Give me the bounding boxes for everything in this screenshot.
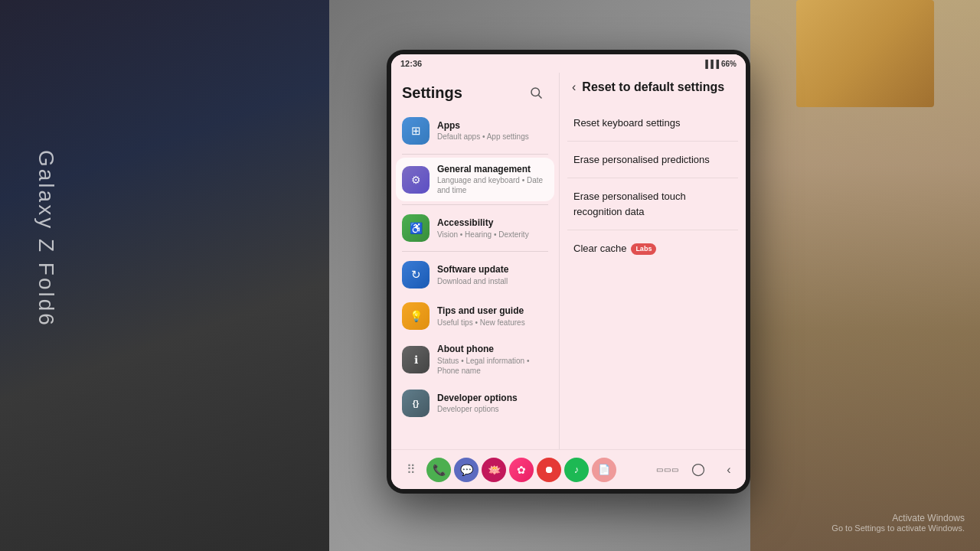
tips-name: Tips and user guide xyxy=(437,305,548,316)
wood-block-decoration xyxy=(796,0,934,107)
sidebar-item-accessibility[interactable]: ♿ Accessibility Vision • Hearing • Dexte… xyxy=(396,208,554,248)
status-icons: ▐▐▐ 66% xyxy=(703,60,737,68)
reset-title: Reset to default settings xyxy=(582,80,724,94)
phone-device: 12:36 ▐▐▐ 66% Settings xyxy=(387,50,750,494)
svg-line-1 xyxy=(538,95,541,98)
divider-3 xyxy=(402,251,548,252)
about-phone-text: About phone Status • Legal information •… xyxy=(437,344,548,375)
general-management-name: General management xyxy=(437,164,548,174)
sidebar-item-software-update[interactable]: ↻ Software update Download and install xyxy=(396,255,554,295)
windows-line1: Activate Windows xyxy=(831,513,965,523)
labs-badge: Labs xyxy=(631,243,656,255)
accessibility-text: Accessibility Vision • Hearing • Dexteri… xyxy=(437,217,548,239)
about-phone-icon: ℹ xyxy=(402,346,430,373)
home-button[interactable] xyxy=(689,461,707,479)
phone-app-icon[interactable]: 📞 xyxy=(426,458,451,482)
settings-list: ⊞ Apps Default apps • App settings ⚙ xyxy=(391,111,559,449)
developer-options-text: Developer options Developer options xyxy=(437,393,548,414)
accessibility-icon: ♿ xyxy=(402,214,430,242)
general-management-icon: ⚙ xyxy=(402,166,430,194)
settings-panel: Settings ⊞ Ap xyxy=(391,73,560,449)
pdf-app-icon[interactable]: 📄 xyxy=(592,458,616,482)
developer-options-name: Developer options xyxy=(437,393,548,403)
divider-2 xyxy=(402,204,548,205)
svg-point-2 xyxy=(693,464,704,475)
software-update-text: Software update Download and install xyxy=(437,264,548,285)
tips-subtitle: Useful tips • New features xyxy=(437,318,548,328)
about-phone-subtitle: Status • Legal information • Phone name xyxy=(437,356,548,376)
software-update-name: Software update xyxy=(437,264,548,275)
about-phone-name: About phone xyxy=(437,344,548,354)
developer-options-icon: {} xyxy=(402,390,430,417)
sidebar-item-apps[interactable]: ⊞ Apps Default apps • App settings xyxy=(396,111,554,151)
developer-options-subtitle: Developer options xyxy=(437,404,548,414)
reset-keyboard-item[interactable]: Reset keyboard settings xyxy=(567,105,738,142)
software-update-icon: ↻ xyxy=(402,261,430,289)
signal-icons: ▐▐▐ xyxy=(703,60,719,68)
erase-touch-text: Erase personalised touch recognition dat… xyxy=(573,191,686,217)
dock-apps: ⠿ 📞 💬 🪷 ✿ ⏺ ♪ 📄 xyxy=(399,458,616,482)
status-bar: 12:36 ▐▐▐ 66% xyxy=(391,54,746,73)
content-area: Settings ⊞ Ap xyxy=(391,73,746,449)
sidebar-item-tips[interactable]: 💡 Tips and user guide Useful tips • New … xyxy=(396,296,554,336)
reset-panel: ‹ Reset to default settings Reset keyboa… xyxy=(560,73,746,449)
search-icon xyxy=(529,86,543,99)
tips-text: Tips and user guide Useful tips • New fe… xyxy=(437,305,548,327)
reset-list: Reset keyboard settings Erase personalis… xyxy=(560,102,746,449)
settings-header: Settings xyxy=(391,73,559,111)
settings-title: Settings xyxy=(402,84,462,102)
apps-text: Apps Default apps • App settings xyxy=(437,120,548,142)
recent-apps-button[interactable]: ▭▭▭ xyxy=(658,461,677,479)
apps-name: Apps xyxy=(437,120,548,131)
phone-screen: 12:36 ▐▐▐ 66% Settings xyxy=(391,54,746,489)
flower-app-icon[interactable]: ✿ xyxy=(509,458,534,482)
brand-text: Galaxy Z Fold6 xyxy=(34,150,58,328)
search-button[interactable] xyxy=(524,80,548,105)
home-icon xyxy=(691,462,706,478)
svg-point-0 xyxy=(531,88,540,96)
apps-subtitle: Default apps • App settings xyxy=(437,132,548,142)
clear-cache-text: Clear cacheLabs xyxy=(573,243,656,254)
windows-watermark: Activate Windows Go to Settings to activ… xyxy=(831,513,965,533)
back-nav-button[interactable]: ‹ xyxy=(720,461,738,479)
erase-touch-item[interactable]: Erase personalised touch recognition dat… xyxy=(567,178,738,230)
erase-predictions-text: Erase personalised predictions xyxy=(573,154,710,165)
battery-level: 66% xyxy=(721,60,737,68)
erase-predictions-item[interactable]: Erase personalised predictions xyxy=(567,142,738,178)
general-management-subtitle: Language and keyboard • Date and time xyxy=(437,175,548,195)
sidebar-item-about-phone[interactable]: ℹ About phone Status • Legal information… xyxy=(396,337,554,381)
software-update-subtitle: Download and install xyxy=(437,276,548,286)
clear-cache-item[interactable]: Clear cacheLabs xyxy=(567,230,738,266)
reset-keyboard-text: Reset keyboard settings xyxy=(573,117,680,129)
messages-app-icon[interactable]: 💬 xyxy=(454,458,479,482)
spotify-app-icon[interactable]: ♪ xyxy=(564,458,589,482)
nav-bar: ⠿ 📞 💬 🪷 ✿ ⏺ ♪ 📄 ▭▭▭ ‹ xyxy=(391,449,746,489)
sidebar-item-developer-options[interactable]: {} Developer options Developer options xyxy=(396,383,554,423)
windows-line2: Go to Settings to activate Windows. xyxy=(831,523,965,533)
tips-icon: 💡 xyxy=(402,302,430,330)
back-button[interactable]: ‹ xyxy=(572,80,576,94)
lotus-app-icon[interactable]: 🪷 xyxy=(482,458,506,482)
reset-header: ‹ Reset to default settings xyxy=(560,73,746,102)
accessibility-subtitle: Vision • Hearing • Dexterity xyxy=(437,230,548,240)
apps-icon: ⊞ xyxy=(402,117,430,145)
sidebar-item-general-management[interactable]: ⚙ General management Language and keyboa… xyxy=(396,158,554,201)
general-management-text: General management Language and keyboard… xyxy=(437,164,548,195)
record-app-icon[interactable]: ⏺ xyxy=(537,458,561,482)
status-time: 12:36 xyxy=(400,59,422,68)
accessibility-name: Accessibility xyxy=(437,217,548,228)
nav-buttons: ▭▭▭ ‹ xyxy=(658,461,738,479)
grid-button[interactable]: ⠿ xyxy=(399,458,423,482)
divider-1 xyxy=(402,154,548,155)
